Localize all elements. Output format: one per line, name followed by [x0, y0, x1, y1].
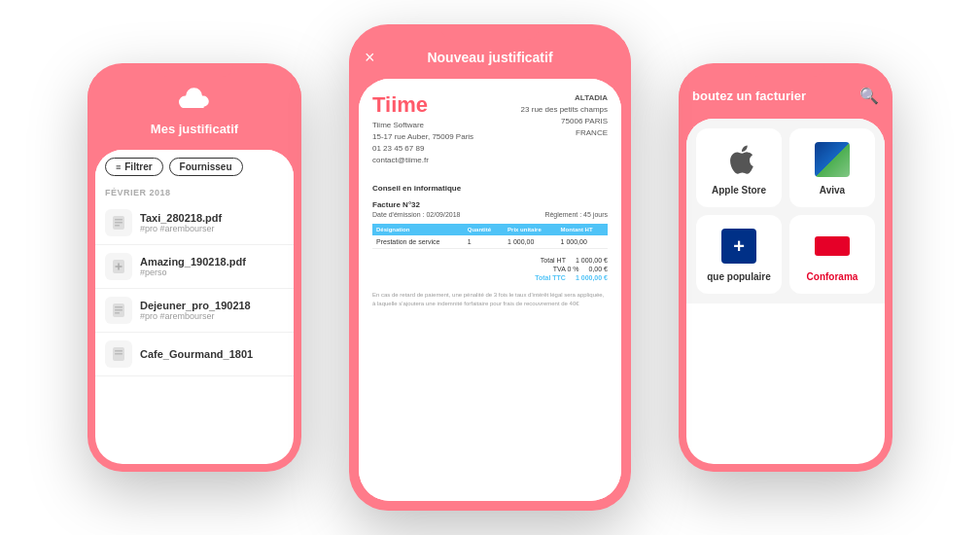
doc-icon-1 — [105, 253, 132, 280]
supplier-card-apple[interactable]: Apple Store — [696, 128, 782, 207]
invoice-category: Conseil en informatique — [372, 184, 608, 193]
supplier-button[interactable]: Fournisseu — [169, 158, 243, 176]
doc-item-3[interactable]: Cafe_Gourmand_1801 — [95, 333, 294, 376]
doc-info-3: Cafe_Gourmand_1801 — [140, 348, 284, 360]
doc-info-1: Amazing_190218.pdf #perso — [140, 256, 284, 277]
aviva-logo-icon — [813, 140, 852, 179]
supplier-name-conforama: Conforama — [807, 271, 858, 282]
doc-icon-3 — [105, 340, 132, 368]
month-label: FÉVRIER 2018 — [95, 184, 294, 201]
supplier-grid: Apple Store Aviva + que pop — [686, 119, 885, 303]
svg-rect-10 — [115, 350, 122, 352]
invoice-note: En cas de retard de paiement, une pénali… — [372, 291, 608, 308]
invoice-totals: Total HT 1 000,00 € TVA 0 % 0,00 € Total… — [372, 257, 608, 281]
conforama-logo-icon — [813, 227, 852, 266]
center-screen: Tiime Tiime Software 15-17 rue Auber, 75… — [359, 79, 621, 501]
close-button[interactable]: × — [365, 48, 375, 68]
invoice-logo: Tiime — [372, 92, 473, 118]
supplier-name-banque: que populaire — [707, 271, 771, 282]
svg-rect-3 — [115, 225, 120, 227]
doc-item-1[interactable]: Amazing_190218.pdf #perso — [95, 245, 294, 289]
invoice-from-block: Tiime Tiime Software 15-17 rue Auber, 75… — [372, 92, 473, 176]
center-header: × Nouveau justificatif — [349, 40, 631, 79]
invoice-ref: Facture N°32 — [372, 200, 608, 209]
svg-rect-11 — [115, 353, 122, 355]
doc-icon-2 — [105, 297, 132, 324]
notch-right — [747, 63, 824, 77]
center-title: Nouveau justificatif — [427, 50, 552, 65]
invoice-screen: Tiime Tiime Software 15-17 rue Auber, 75… — [359, 79, 621, 501]
left-header: Mes justificatif — [88, 77, 301, 150]
left-screen: ≡ Filtrer Fournisseu FÉVRIER 2018 Taxi_2… — [95, 150, 294, 464]
doc-item-0[interactable]: Taxi_280218.pdf #pro #arembourser — [95, 201, 294, 245]
banque-logo-icon: + — [719, 227, 758, 266]
apple-logo-icon — [719, 140, 758, 179]
svg-rect-1 — [115, 219, 122, 221]
doc-info-2: Dejeuner_pro_190218 #pro #arembourser — [140, 300, 284, 321]
phone-right: boutez un facturier 🔍 Apple Store — [679, 63, 892, 472]
banque-x-icon: + — [733, 235, 745, 258]
right-header: boutez un facturier 🔍 — [679, 77, 892, 119]
svg-rect-8 — [115, 312, 120, 314]
invoice-header-row: Tiime Tiime Software 15-17 rue Auber, 75… — [372, 92, 608, 176]
phone-left: Mes justificatif ≡ Filtrer Fournisseu FÉ… — [88, 63, 301, 472]
supplier-name-apple: Apple Store — [712, 185, 766, 196]
notch-center — [441, 24, 539, 40]
phone-center: × Nouveau justificatif Tiime Tiime Softw… — [349, 24, 631, 511]
doc-info-0: Taxi_280218.pdf #pro #arembourser — [140, 212, 284, 233]
filter-button[interactable]: ≡ Filtrer — [105, 158, 163, 176]
right-screen: Apple Store Aviva + que pop — [686, 119, 885, 464]
cloud-icon — [179, 87, 210, 118]
left-title: Mes justificatif — [101, 122, 288, 136]
invoice-table: Désignation Quantité Prix unitaire Monta… — [372, 224, 608, 249]
invoice-from: Tiime Software 15-17 rue Auber, 75009 Pa… — [372, 120, 473, 166]
filter-icon: ≡ — [116, 162, 121, 172]
supplier-card-conforama[interactable]: Conforama — [789, 215, 875, 294]
search-icon[interactable]: 🔍 — [859, 87, 879, 105]
total-tva-row: TVA 0 % 0,00 € — [372, 266, 608, 272]
supplier-name-aviva: Aviva — [820, 185, 845, 196]
right-title: boutez un facturier — [692, 89, 806, 103]
invoice-to-block: ALTADIA 23 rue des petits champs 75006 P… — [521, 92, 608, 166]
svg-rect-7 — [115, 309, 122, 311]
supplier-card-aviva[interactable]: Aviva — [789, 128, 875, 207]
svg-rect-2 — [115, 222, 122, 224]
invoice-date-row: Date d'émission : 02/09/2018 Règlement :… — [372, 211, 608, 218]
doc-item-2[interactable]: Dejeuner_pro_190218 #pro #arembourser — [95, 289, 294, 333]
notch-left — [156, 63, 233, 77]
total-ht-row: Total HT 1 000,00 € — [372, 257, 608, 264]
left-filters: ≡ Filtrer Fournisseu — [95, 150, 294, 184]
invoice-row-0: Prestation de service 1 1 000,00 1 000,0… — [372, 235, 608, 249]
scene: Mes justificatif ≡ Filtrer Fournisseu FÉ… — [0, 0, 980, 535]
doc-icon-0 — [105, 209, 132, 236]
svg-rect-6 — [115, 306, 122, 308]
supplier-card-banque[interactable]: + que populaire — [696, 215, 782, 294]
total-ttc-row: Total TTC 1 000,00 € — [372, 274, 608, 281]
